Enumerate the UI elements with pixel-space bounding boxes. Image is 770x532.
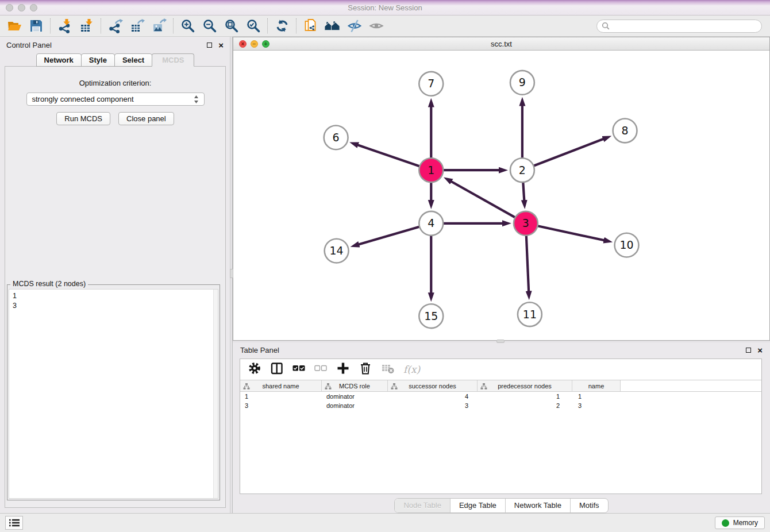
cell[interactable]: 3 — [388, 402, 478, 409]
node-label-6: 6 — [333, 131, 340, 144]
column-header-predecessor-nodes[interactable]: predecessor nodes — [478, 380, 572, 391]
deselect-all-button[interactable] — [314, 361, 328, 377]
import-network-button[interactable] — [56, 18, 73, 34]
node-label-8: 8 — [622, 124, 629, 137]
main-area: Control Panel × NetworkStyleSelectMCDS O… — [0, 37, 770, 513]
zoom-selected-button[interactable] — [245, 18, 261, 34]
node-table: f(x) shared nameMCDS rolesuccessor nodes… — [240, 358, 762, 494]
zoom-out-icon — [202, 18, 217, 33]
unchecked-boxes-icon — [314, 361, 328, 375]
network-graph[interactable]: 7968124314101511 — [233, 51, 769, 340]
save-session-button[interactable] — [28, 18, 44, 34]
export-table-button[interactable] — [129, 18, 145, 34]
scrollbar[interactable] — [213, 290, 218, 498]
import-table-button[interactable] — [78, 18, 95, 34]
column-visibility-button[interactable] — [270, 361, 284, 377]
cell[interactable]: 3 — [572, 402, 621, 409]
cell[interactable]: dominator — [322, 393, 388, 400]
hide-graphics-details-button[interactable] — [346, 18, 363, 34]
run-mcds-button[interactable]: Run MCDS — [56, 112, 110, 125]
node-label-15: 15 — [424, 310, 438, 322]
optimization-criterion-select[interactable]: strongly connected component — [26, 92, 205, 106]
delete-row-button[interactable] — [359, 361, 372, 377]
float-window-icon[interactable] — [207, 43, 212, 48]
function-builder-button[interactable]: f(x) — [403, 364, 420, 375]
task-history-button[interactable] — [5, 516, 23, 530]
close-icon[interactable]: × — [218, 43, 224, 48]
main-toolbar — [0, 16, 770, 37]
export-network-button[interactable] — [107, 18, 124, 34]
refresh-network-button[interactable] — [274, 18, 290, 34]
cell[interactable]: 3 — [240, 402, 322, 409]
horizontal-splitter[interactable] — [233, 341, 770, 342]
table-row[interactable]: 3dominator323 — [240, 401, 761, 410]
list-icon — [9, 519, 20, 527]
column-header-name[interactable]: name — [572, 380, 621, 391]
tab-edge-table[interactable]: Edge Table — [451, 499, 506, 512]
toolbar-separator — [50, 18, 51, 33]
zoom-out-button[interactable] — [201, 18, 218, 34]
edge-3-1[interactable] — [451, 182, 526, 223]
show-graphics-details-button[interactable] — [368, 18, 384, 34]
memory-status-icon — [722, 519, 729, 527]
zoom-in-icon — [180, 18, 195, 33]
window-close-button[interactable] — [6, 4, 13, 11]
tab-network-table[interactable]: Network Table — [506, 499, 571, 512]
zoom-in-button[interactable] — [179, 18, 196, 34]
window-zoom-button[interactable] — [30, 4, 37, 11]
optimization-criterion-label: Optimization criterion: — [5, 79, 225, 87]
refresh-icon — [275, 18, 290, 33]
close-panel-button[interactable]: Close panel — [118, 112, 174, 125]
cell[interactable]: dominator — [322, 402, 388, 409]
tab-network[interactable]: Network — [36, 53, 82, 67]
cell[interactable]: 1 — [478, 393, 572, 400]
tab-node-table[interactable]: Node Table — [395, 499, 451, 512]
cell[interactable]: 4 — [388, 393, 478, 400]
tab-style[interactable]: Style — [81, 53, 115, 67]
go-home-button[interactable] — [324, 18, 341, 34]
window-minimize-button[interactable] — [18, 4, 25, 11]
mcds-result-textarea[interactable]: 1 3 — [9, 289, 218, 499]
delete-table-icon — [381, 361, 395, 375]
clone-network-button[interactable] — [302, 18, 319, 34]
memory-label: Memory — [733, 519, 758, 527]
splitter-handle[interactable] — [496, 340, 505, 343]
memory-button[interactable]: Memory — [715, 516, 765, 529]
tab-motifs[interactable]: Motifs — [571, 499, 608, 512]
export-image-button[interactable] — [151, 18, 167, 34]
cell[interactable]: 1 — [572, 393, 621, 400]
cell[interactable]: 1 — [240, 393, 322, 400]
network-window-title: scc.txt — [233, 40, 769, 48]
network-view-window: × − + scc.txt 79681243141015 — [233, 37, 770, 341]
column-header-mcds-role[interactable]: MCDS role — [322, 380, 388, 391]
column-header-successor-nodes[interactable]: successor nodes — [388, 380, 478, 391]
control-panel: Control Panel × NetworkStyleSelectMCDS O… — [0, 37, 230, 513]
close-icon[interactable]: × — [757, 348, 763, 353]
float-window-icon[interactable] — [746, 348, 751, 353]
column-header-shared-name[interactable]: shared name — [240, 380, 322, 391]
tab-select[interactable]: Select — [114, 53, 152, 67]
edge-2-8[interactable] — [522, 139, 603, 170]
delete-table-button[interactable] — [381, 361, 395, 377]
import-network-icon — [57, 18, 72, 33]
net-close-button[interactable]: × — [239, 40, 247, 48]
node-label-10: 10 — [619, 238, 633, 251]
cell[interactable]: 2 — [478, 402, 572, 409]
net-zoom-button[interactable]: + — [262, 40, 270, 48]
open-session-button[interactable] — [6, 18, 22, 34]
table-settings-button[interactable] — [248, 361, 261, 377]
net-minimize-button[interactable]: − — [251, 40, 258, 48]
add-row-button[interactable] — [336, 361, 350, 377]
search-input[interactable] — [613, 22, 757, 30]
table-row[interactable]: 1dominator411 — [240, 392, 761, 401]
network-canvas[interactable]: 7968124314101511 — [233, 51, 769, 340]
table-panel-header: Table Panel × — [233, 342, 770, 358]
zoom-fit-button[interactable] — [223, 18, 240, 34]
vertical-splitter[interactable] — [230, 37, 233, 513]
node-label-14: 14 — [330, 244, 344, 257]
select-all-button[interactable] — [292, 361, 306, 377]
network-window-titlebar[interactable]: × − + scc.txt — [233, 37, 769, 51]
tab-mcds[interactable]: MCDS — [152, 53, 194, 67]
table-tabs-bar: Node TableEdge TableNetwork TableMotifs — [233, 498, 770, 513]
search-box[interactable] — [596, 20, 762, 33]
